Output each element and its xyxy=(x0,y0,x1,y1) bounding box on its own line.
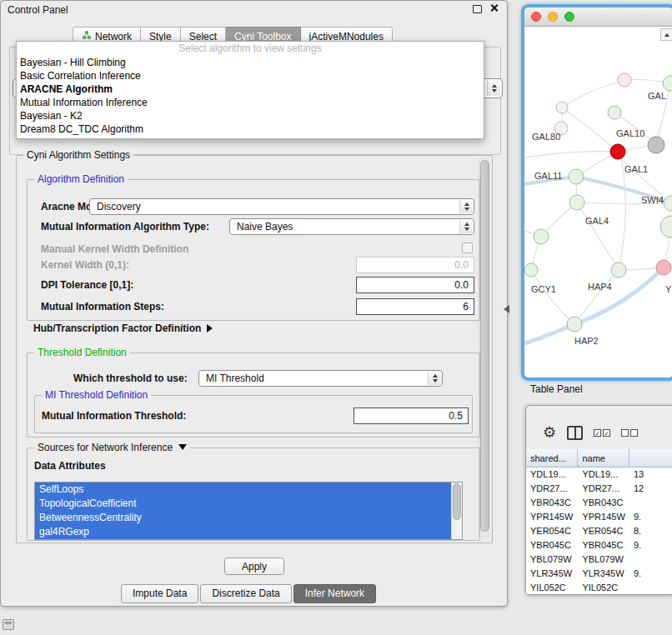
table-row[interactable]: YBL079WYBL079W xyxy=(526,552,672,567)
table-cell: 8. xyxy=(629,524,672,538)
attribute-item-gal4rgexp[interactable]: gal4RGexp xyxy=(35,525,452,539)
splitter-collapse-arrow[interactable] xyxy=(504,305,509,313)
kernel-width-label: Kernel Width (0,1): xyxy=(41,259,129,271)
table-cell: YIL052C xyxy=(578,581,629,595)
apply-button[interactable]: Apply xyxy=(224,558,284,575)
algorithm-option-bayesian-k2[interactable]: Bayesian - K2 xyxy=(17,109,484,122)
table-toolbar: ⚙ ✓✓ xyxy=(526,406,672,449)
close-icon[interactable] xyxy=(489,3,499,12)
network-node[interactable] xyxy=(569,169,584,184)
column-header-name[interactable]: name xyxy=(578,449,629,468)
mi-algorithm-type-value: Naive Bayes xyxy=(237,221,293,232)
hub-definition-expander[interactable]: Hub/Transcription Factor Definition xyxy=(33,322,213,334)
table-body: YDL19...YDL19...13YDR27...YDR27...12YBR0… xyxy=(526,468,672,595)
network-node[interactable] xyxy=(618,73,631,87)
minimize-traffic-light-icon[interactable] xyxy=(548,12,558,22)
gear-icon[interactable]: ⚙ xyxy=(543,425,556,440)
mi-steps-field[interactable]: 6 xyxy=(356,298,474,315)
attribute-item-topologicalcoefficient[interactable]: TopologicalCoefficient xyxy=(35,497,452,511)
attribute-item-selfloops[interactable]: SelfLoops xyxy=(35,482,452,497)
network-node[interactable] xyxy=(556,102,568,113)
canvas-scroll-up-icon[interactable] xyxy=(660,28,672,41)
bottom-tab-impute-data[interactable]: Impute Data xyxy=(121,584,198,603)
node-label-gal4: GAL4 xyxy=(585,216,609,226)
table-row[interactable]: YDR27...YDR27...12 xyxy=(526,482,672,496)
network-node[interactable] xyxy=(524,263,538,277)
network-edge[interactable] xyxy=(619,159,625,270)
network-node[interactable] xyxy=(656,260,671,275)
mi-steps-label: Mutual Information Steps: xyxy=(41,301,164,312)
mi-threshold-field[interactable]: 0.5 xyxy=(354,408,469,424)
deselect-all-icon[interactable] xyxy=(621,429,638,437)
network-edge[interactable] xyxy=(562,80,624,108)
hub-definition-label: Hub/Transcription Factor Definition xyxy=(33,322,201,334)
select-all-icon[interactable]: ✓✓ xyxy=(594,429,610,437)
table-row[interactable]: YBR043CYBR043C xyxy=(526,496,672,510)
table-cell: YDL19... xyxy=(578,468,629,482)
algorithm-option-bayesian-hill-climbing[interactable]: Bayesian - Hill Climbing xyxy=(17,56,484,69)
float-window-icon[interactable] xyxy=(473,5,482,13)
network-node[interactable] xyxy=(648,137,664,153)
network-edge[interactable] xyxy=(577,202,619,270)
network-edge[interactable] xyxy=(524,324,574,345)
aracne-mode-combo[interactable]: Discovery xyxy=(89,198,474,215)
bottom-tab-discretize-data[interactable]: Discretize Data xyxy=(200,584,291,603)
network-canvas[interactable]: GALGAL80GAL10GAL11GAL1SWI4GAL4GCY1HAP4YH… xyxy=(524,27,672,378)
algorithm-option-dream8-dc-tdc-algorithm[interactable]: Dream8 DC_TDC Algorithm xyxy=(17,122,484,136)
manual-kernel-width-label: Manual Kernel Width Definition xyxy=(41,243,188,255)
attribute-item-betweennesscentrality[interactable]: BetweennessCentrality xyxy=(35,511,452,525)
table-row[interactable]: YLR345WYLR345W9. xyxy=(526,567,672,581)
algorithm-option-aracne-algorithm[interactable]: ARACNE Algorithm xyxy=(17,82,484,96)
table-row[interactable]: YPR145WYPR145W9. xyxy=(526,510,672,524)
table-cell xyxy=(629,581,672,595)
network-node[interactable] xyxy=(569,195,584,210)
table-row[interactable]: YDL19...YDL19...13 xyxy=(526,468,672,482)
network-node[interactable] xyxy=(534,229,549,244)
settings-scrollbar[interactable] xyxy=(479,159,490,538)
algorithm-definition-group: Algorithm Definition Aracne Mode: Discov… xyxy=(27,179,480,321)
list-scrollbar[interactable] xyxy=(451,482,462,539)
network-node[interactable] xyxy=(663,76,672,91)
mi-algorithm-type-combo[interactable]: Naive Bayes xyxy=(229,218,474,235)
table-cell: 9. xyxy=(629,510,672,524)
panel-dock-icon[interactable] xyxy=(3,619,14,630)
node-label-y: Y xyxy=(665,284,672,294)
kernel-width-field[interactable]: 0.0 xyxy=(356,257,474,273)
network-edge[interactable] xyxy=(524,152,618,158)
bottom-tab-infer-network[interactable]: Infer Network xyxy=(293,584,376,603)
control-panel-window: Control Panel NetworkStyleSelectCyni Too… xyxy=(0,0,508,607)
network-node[interactable] xyxy=(567,317,582,332)
column-header-shared[interactable]: shared... xyxy=(526,449,578,468)
combo-stepper-icon xyxy=(459,220,473,233)
table-row[interactable]: YBR045CYBR045C9. xyxy=(526,538,672,552)
algorithm-option-basic-correlation-inference[interactable]: Basic Correlation Inference xyxy=(17,69,484,82)
settings-scrollbar-thumb[interactable] xyxy=(480,160,489,532)
which-threshold-combo[interactable]: MI Threshold xyxy=(198,370,443,387)
network-node[interactable] xyxy=(611,262,626,278)
table-cell: YER054C xyxy=(526,524,578,538)
manual-kernel-width-checkbox[interactable] xyxy=(462,242,473,253)
mi-threshold-label: Mutual Information Threshold: xyxy=(42,410,186,422)
network-view-window: GALGAL80GAL10GAL11GAL1SWI4GAL4GCY1HAP4YH… xyxy=(521,4,672,381)
sources-expander[interactable]: Sources for Network Inference xyxy=(34,442,190,453)
network-node[interactable] xyxy=(608,106,621,119)
cyni-algorithm-settings-group: Cyni Algorithm Settings Algorithm Defini… xyxy=(16,155,493,543)
table-cell: YBR043C xyxy=(578,496,629,510)
node-label-gal80: GAL80 xyxy=(532,132,560,142)
table-cell: 12 xyxy=(629,482,672,496)
zoom-traffic-light-icon[interactable] xyxy=(564,12,574,22)
close-traffic-light-icon[interactable] xyxy=(531,12,541,22)
table-row[interactable]: YIL052CYIL052C xyxy=(526,581,672,595)
network-node[interactable] xyxy=(660,216,672,238)
list-scrollbar-thumb[interactable] xyxy=(453,483,461,520)
table-cell: YBR043C xyxy=(526,496,578,510)
which-threshold-label: Which threshold to use: xyxy=(73,372,188,384)
network-edge[interactable] xyxy=(531,270,574,324)
network-node[interactable] xyxy=(610,144,625,159)
network-window-titlebar xyxy=(524,8,672,27)
dpi-tolerance-field[interactable]: 0.0 xyxy=(356,277,474,293)
columns-icon[interactable] xyxy=(567,426,583,440)
algorithm-option-mutual-information-inference[interactable]: Mutual Information Inference xyxy=(17,96,484,109)
column-header-2[interactable] xyxy=(629,449,672,468)
table-row[interactable]: YER054CYER054C8. xyxy=(526,524,672,538)
